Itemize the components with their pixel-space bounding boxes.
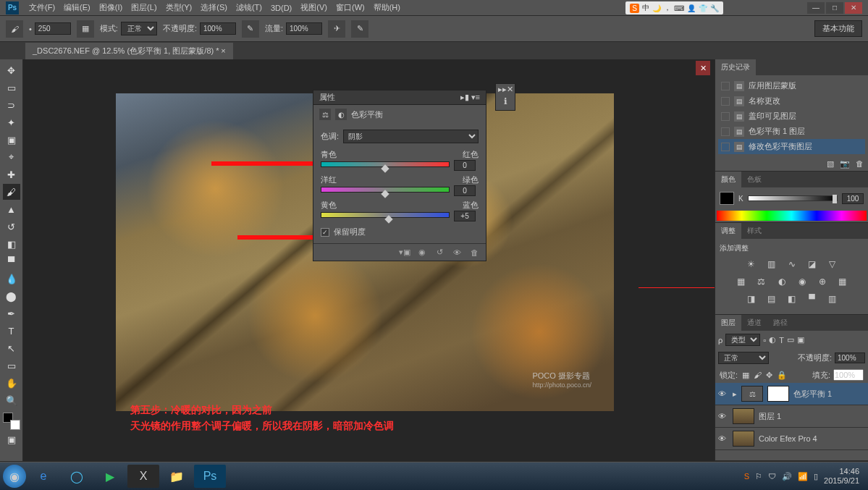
layer-filter-select[interactable]: 类型 <box>725 334 760 346</box>
browser-icon[interactable]: ◯ <box>61 465 93 488</box>
history-item[interactable]: ▤名称更改 <box>718 93 865 109</box>
delete-icon[interactable]: 🗑 <box>468 247 480 258</box>
mixer-icon[interactable]: ⊕ <box>816 275 829 288</box>
balance-icon[interactable]: ⚖ <box>755 275 768 288</box>
exposure-icon[interactable]: ◪ <box>806 258 819 271</box>
lock-trans-icon[interactable]: ▦ <box>742 371 749 380</box>
filter-smart-icon[interactable]: ▣ <box>797 335 804 345</box>
move-tool[interactable]: ✥ <box>3 62 20 78</box>
panel-group-close[interactable]: ✕ <box>696 61 710 75</box>
color-spectrum[interactable] <box>717 211 867 221</box>
type-tool[interactable]: T <box>3 323 20 339</box>
swatches-tab[interactable]: 色板 <box>741 172 767 187</box>
history-item[interactable]: ▤应用图层蒙版 <box>718 78 865 93</box>
clip-icon[interactable]: ▾▣ <box>399 247 410 258</box>
wand-tool[interactable]: ✦ <box>3 114 20 130</box>
panel-menu-icon[interactable]: ▸▮ ▾≡ <box>460 93 480 102</box>
reset-icon[interactable]: ↺ <box>434 247 445 258</box>
pressure-opacity-icon[interactable]: ✎ <box>242 20 259 38</box>
menu-view[interactable]: 视图(V) <box>296 2 332 13</box>
zoom-tool[interactable]: 🔍 <box>3 392 20 408</box>
quickmask-tool[interactable]: ▣ <box>3 431 20 447</box>
path-tool[interactable]: ↖ <box>3 340 20 356</box>
xshell-icon[interactable]: X <box>127 465 159 488</box>
channels-tab[interactable]: 通道 <box>741 315 767 331</box>
history-item[interactable]: ▤修改色彩平衡图层 <box>718 139 865 154</box>
mini-collapse-icon[interactable]: ▸▸ <box>498 85 507 92</box>
styles-tab[interactable]: 样式 <box>741 223 767 239</box>
filter-adj-icon[interactable]: ◐ <box>769 335 776 345</box>
view-prev-icon[interactable]: ◉ <box>416 247 428 258</box>
color-swatches[interactable] <box>3 413 20 430</box>
tray-shield-icon[interactable]: 🛡 <box>768 472 776 481</box>
current-tool-icon[interactable]: 🖌 <box>6 20 23 38</box>
layer-thumb[interactable] <box>733 408 754 424</box>
menu-layer[interactable]: 图层(L) <box>127 2 161 13</box>
heal-tool[interactable]: ✚ <box>3 166 20 182</box>
layer-row[interactable]: 👁Color Efex Pro 4 <box>715 428 868 450</box>
snapshot-icon[interactable]: ▧ <box>827 159 834 169</box>
maximize-button[interactable]: □ <box>826 2 843 14</box>
color-swatch[interactable] <box>720 192 734 205</box>
brush-preset[interactable]: • <box>29 22 71 35</box>
marquee-tool[interactable]: ▭ <box>3 80 20 96</box>
gradient-tool[interactable]: ▀ <box>3 253 20 269</box>
menu-filter[interactable]: 滤镜(T) <box>232 2 266 13</box>
airbrush-icon[interactable]: ✈ <box>328 20 345 38</box>
k-slider[interactable] <box>748 195 838 201</box>
gradient-map-icon[interactable]: ▀ <box>806 292 819 305</box>
crop-tool[interactable]: ▣ <box>3 132 20 148</box>
opacity-input[interactable] <box>200 22 236 35</box>
threshold-icon[interactable]: ◧ <box>785 292 799 305</box>
pressure-size-icon[interactable]: ✎ <box>351 20 368 38</box>
explorer-icon[interactable]: 📁 <box>161 465 193 488</box>
tab-close-icon[interactable]: × <box>221 46 225 55</box>
bw-icon[interactable]: ◐ <box>775 275 788 288</box>
posterize-icon[interactable]: ▤ <box>765 292 778 305</box>
eraser-tool[interactable]: ◧ <box>3 236 20 252</box>
history-item[interactable]: ▤色彩平衡 1 图层 <box>718 124 865 139</box>
menu-image[interactable]: 图像(I) <box>95 2 127 13</box>
selective-icon[interactable]: ▥ <box>826 292 839 305</box>
visibility-icon[interactable]: 👁 <box>718 434 728 443</box>
hand-tool[interactable]: ✋ <box>3 375 20 391</box>
color-tab[interactable]: 颜色 <box>715 172 741 187</box>
history-brush-tool[interactable]: ↺ <box>3 219 20 235</box>
filter-img-icon[interactable]: ▫ <box>763 336 766 345</box>
ie-icon[interactable]: e <box>28 465 59 488</box>
start-button[interactable]: ◉ <box>3 465 26 488</box>
clock[interactable]: 14:462015/9/21 <box>824 467 859 486</box>
pen-tool[interactable]: ✒ <box>3 305 20 321</box>
minimize-button[interactable]: — <box>807 2 825 14</box>
brush-tool[interactable]: 🖌 <box>3 184 20 200</box>
trash-icon[interactable]: 🗑 <box>856 159 864 169</box>
k-value[interactable]: 100 <box>842 193 864 204</box>
vibrance-icon[interactable]: ▽ <box>826 258 839 271</box>
mini-close-icon[interactable]: ✕ <box>507 85 513 92</box>
layer-blend-select[interactable]: 正常 <box>718 352 769 364</box>
tray-volume-icon[interactable]: 📶 <box>798 472 808 481</box>
brightness-icon[interactable]: ☀ <box>745 258 758 271</box>
lock-paint-icon[interactable]: 🖌 <box>754 371 762 379</box>
layer-mask-thumb[interactable] <box>767 386 789 402</box>
ime-bar[interactable]: S 中 🌙 ， ⌨ 👤 👕 🔧 <box>625 1 723 14</box>
stamp-tool[interactable]: ▲ <box>3 201 20 217</box>
brush-panel-toggle[interactable]: ▦ <box>77 20 94 38</box>
tray-sogou-icon[interactable]: S <box>744 472 749 481</box>
lock-pos-icon[interactable]: ✥ <box>766 371 772 380</box>
document-tab[interactable]: _DSC2676.NEF @ 12.5% (色彩平衡 1, 图层蒙版/8) * … <box>25 43 233 59</box>
brush-size[interactable] <box>35 22 71 35</box>
layer-row[interactable]: 👁▸⚖色彩平衡 1 <box>715 383 868 405</box>
adjustments-tab[interactable]: 调整 <box>715 223 741 239</box>
filter-shape-icon[interactable]: ▭ <box>787 335 794 345</box>
layer-thumb[interactable] <box>733 431 754 447</box>
layer-opacity-input[interactable] <box>835 352 865 363</box>
menu-3d[interactable]: 3D(D) <box>266 4 296 12</box>
eyedropper-tool[interactable]: ⌖ <box>3 149 20 165</box>
toggle-vis-icon[interactable]: 👁 <box>451 247 463 258</box>
lock-all-icon[interactable]: 🔒 <box>777 371 787 380</box>
hue-icon[interactable]: ▦ <box>735 275 748 288</box>
close-button[interactable]: ✕ <box>845 2 862 14</box>
menu-help[interactable]: 帮助(H) <box>369 2 405 13</box>
photo-filter-icon[interactable]: ◉ <box>796 275 809 288</box>
